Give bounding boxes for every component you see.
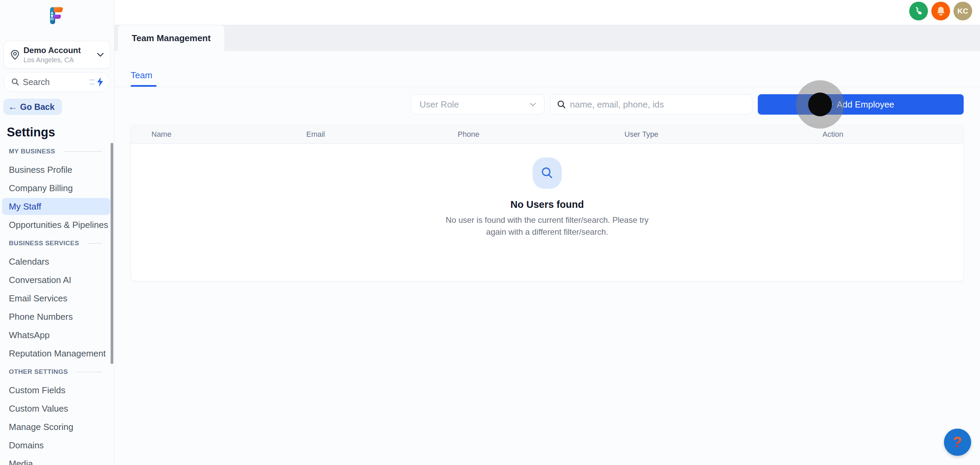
bell-icon	[936, 6, 946, 17]
sidebar: Demo Account Los Angeles, CA ← Go Back S…	[0, 0, 115, 465]
sidebar-item-custom-fields[interactable]: Custom Fields	[0, 381, 115, 399]
search-icon	[11, 78, 19, 86]
sidebar-item-opportunities-pipelines[interactable]: Opportunities & Pipelines	[0, 216, 115, 234]
user-search-input[interactable]	[570, 99, 745, 110]
column-header-user-type: User Type	[624, 130, 822, 139]
phone-button[interactable]	[909, 2, 928, 21]
table-header-row: Name Email Phone User Type Action	[131, 125, 963, 144]
sidebar-item-conversation-ai[interactable]: Conversation AI	[0, 271, 115, 289]
tab-team-management[interactable]: Team Management	[118, 25, 224, 51]
question-mark-icon: ?	[953, 434, 962, 451]
settings-heading: Settings	[7, 125, 55, 140]
user-avatar[interactable]: KC	[953, 2, 972, 21]
sidebar-search	[3, 72, 110, 92]
sidebar-item-whatsapp[interactable]: WhatsApp	[0, 326, 115, 344]
sidebar-search-input[interactable]	[23, 77, 81, 87]
tab-team[interactable]: Team	[130, 70, 153, 81]
sidebar-item-company-billing[interactable]: Company Billing	[0, 179, 115, 197]
app-logo	[49, 7, 63, 25]
sidebar-item-media[interactable]: Media	[0, 454, 115, 465]
chevron-down-icon	[530, 103, 536, 106]
sidebar-item-my-staff[interactable]: My Staff	[0, 197, 115, 216]
empty-state-description: No user is found with the current filter…	[442, 214, 653, 238]
phone-icon	[914, 6, 924, 16]
lightning-bolt-icon	[96, 77, 104, 87]
back-arrow-icon: ←	[8, 102, 18, 111]
filter-row: User Role + Add Employee	[411, 94, 964, 115]
empty-state: No Users found No user is found with the…	[131, 157, 963, 238]
sidebar-item-domains[interactable]: Domains	[0, 436, 115, 454]
column-header-phone: Phone	[458, 130, 624, 139]
tabs-divider	[115, 87, 980, 87]
nav-section-my-business: MY BUSINESS	[0, 142, 115, 160]
main-content: Team User Role + Add Employee Name Email…	[115, 51, 980, 465]
plus-icon: +	[827, 99, 833, 109]
empty-search-badge	[533, 157, 562, 189]
user-search-field	[550, 94, 752, 115]
sidebar-item-manage-scoring[interactable]: Manage Scoring	[0, 418, 115, 436]
go-back-button[interactable]: ← Go Back	[3, 98, 62, 115]
add-employee-button[interactable]: + Add Employee	[758, 94, 964, 115]
account-selector[interactable]: Demo Account Los Angeles, CA	[3, 41, 110, 69]
sidebar-item-calendars[interactable]: Calendars	[0, 252, 115, 271]
rocket-f-logo-icon	[49, 7, 63, 25]
top-bar: KC	[115, 0, 980, 25]
window-tab-strip: Team Management	[115, 25, 980, 51]
sidebar-item-phone-numbers[interactable]: Phone Numbers	[0, 308, 115, 326]
team-table: Name Email Phone User Type Action No Use…	[130, 125, 964, 281]
account-texts: Demo Account Los Angeles, CA	[24, 46, 97, 64]
sidebar-scrollbar[interactable]	[111, 143, 113, 364]
account-name: Demo Account	[24, 46, 97, 55]
sidebar-item-email-services[interactable]: Email Services	[0, 289, 115, 308]
search-icon	[557, 100, 566, 109]
avatar-initials: KC	[958, 7, 969, 16]
chevron-down-icon	[97, 53, 104, 57]
account-location: Los Angeles, CA	[24, 56, 97, 64]
sidebar-item-custom-values[interactable]: Custom Values	[0, 399, 115, 418]
location-pin-icon	[11, 50, 19, 60]
sidebar-item-reputation-management[interactable]: Reputation Management	[0, 344, 115, 363]
help-button[interactable]: ?	[944, 428, 971, 456]
user-role-select[interactable]: User Role	[411, 94, 544, 115]
nav-section-other-settings: OTHER SETTINGS	[0, 363, 115, 381]
settings-nav: MY BUSINESS Business Profile Company Bil…	[0, 142, 115, 465]
quick-actions-bolt[interactable]	[89, 77, 104, 87]
go-back-label: Go Back	[20, 102, 54, 112]
user-role-placeholder: User Role	[420, 99, 459, 110]
add-employee-label: Add Employee	[837, 99, 894, 110]
notifications-button[interactable]	[931, 2, 950, 21]
search-icon	[540, 166, 554, 180]
column-header-action: Action	[822, 130, 963, 139]
column-header-email: Email	[306, 130, 458, 139]
sidebar-item-business-profile[interactable]: Business Profile	[0, 160, 115, 179]
nav-section-business-services: BUSINESS SERVICES	[0, 234, 115, 252]
bolt-dashes-icon	[89, 79, 95, 85]
column-header-name: Name	[151, 130, 306, 139]
empty-state-title: No Users found	[511, 199, 584, 210]
